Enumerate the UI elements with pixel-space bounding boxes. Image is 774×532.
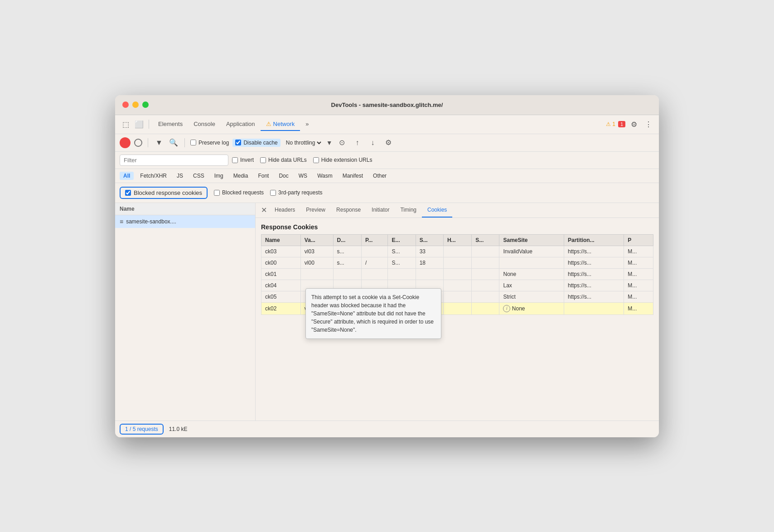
- close-panel-button[interactable]: ✕: [258, 205, 269, 216]
- col-partition: Partition...: [564, 234, 624, 246]
- type-doc[interactable]: Doc: [275, 172, 292, 180]
- type-css[interactable]: CSS: [189, 172, 208, 180]
- tab-network[interactable]: ⚠ Network: [261, 118, 300, 131]
- record-button[interactable]: [120, 137, 131, 148]
- tab-timing[interactable]: Timing: [395, 203, 422, 218]
- cell-size: [416, 268, 443, 280]
- cell-httponly: [443, 302, 471, 314]
- cookie-tooltip: This attempt to set a cookie via a Set-C…: [305, 288, 441, 339]
- blocked-requests-checkbox[interactable]: [214, 190, 220, 196]
- requests-list: Name ≡ samesite-sandbox....: [115, 203, 256, 421]
- type-other[interactable]: Other: [369, 172, 390, 180]
- col-priority: P: [624, 234, 653, 246]
- blocked-response-cookies-checkbox[interactable]: [125, 190, 131, 196]
- blocked-requests-label[interactable]: Blocked requests: [214, 189, 264, 196]
- response-cookies-title: Response Cookies: [261, 223, 653, 231]
- cell-domain: s...: [333, 257, 361, 268]
- tab-list: Elements Console Application ⚠ Network »: [153, 118, 604, 131]
- cell-samesite: Strict: [499, 291, 564, 302]
- cell-priority: M...: [624, 302, 653, 314]
- cell-value: vl03: [300, 246, 333, 257]
- tab-initiator[interactable]: Initiator: [366, 203, 395, 218]
- type-media[interactable]: Media: [230, 172, 252, 180]
- cell-samesite: InvalidValue: [499, 246, 564, 257]
- hide-data-urls-checkbox[interactable]: [260, 157, 266, 163]
- tab-response[interactable]: Response: [331, 203, 366, 218]
- warning-icon: ⚠: [266, 121, 271, 127]
- wifi-icon[interactable]: ⊙: [336, 137, 348, 149]
- size-info: 11.0 kE: [169, 426, 188, 432]
- cell-secure: [472, 291, 499, 302]
- file-icon: ≡: [120, 218, 123, 225]
- table-row[interactable]: ck01 None https://s... M...: [261, 268, 653, 280]
- tab-elements[interactable]: Elements: [153, 118, 188, 131]
- type-fetchxhr[interactable]: Fetch/XHR: [136, 172, 170, 180]
- blocked-response-cookies-label[interactable]: Blocked response cookies: [120, 187, 208, 199]
- type-ws[interactable]: WS: [295, 172, 311, 180]
- cell-name: ck02: [261, 302, 301, 314]
- cell-path: /: [361, 257, 388, 268]
- cell-httponly: [443, 280, 471, 291]
- cell-samesite: [499, 257, 564, 268]
- minimize-button[interactable]: [132, 102, 139, 108]
- warning-badge: ⚠ 1: [606, 121, 615, 127]
- throttling-select[interactable]: No throttling: [284, 139, 323, 146]
- cell-partition: https://s...: [564, 257, 624, 268]
- table-header-row: Name Va... D... P... E... S... H... S...…: [261, 234, 653, 246]
- search-icon[interactable]: 🔍: [168, 137, 179, 148]
- upload-icon[interactable]: ↑: [352, 137, 363, 149]
- table-row[interactable]: ck03 vl03 s... S... 33 InvalidValue http…: [261, 246, 653, 257]
- more-icon[interactable]: ⋮: [643, 118, 654, 130]
- cell-domain: [333, 268, 361, 280]
- maximize-button[interactable]: [142, 102, 149, 108]
- filter-icon[interactable]: ▼: [154, 137, 164, 148]
- tab-console[interactable]: Console: [188, 118, 221, 131]
- type-img[interactable]: Img: [211, 172, 227, 180]
- disable-cache-label[interactable]: Disable cache: [232, 139, 280, 147]
- cell-priority: M...: [624, 257, 653, 268]
- cell-partition: https://s...: [564, 268, 624, 280]
- filter-input[interactable]: [120, 155, 228, 166]
- cell-expires: S...: [388, 246, 416, 257]
- type-js[interactable]: JS: [173, 172, 187, 180]
- type-wasm[interactable]: Wasm: [314, 172, 336, 180]
- cell-priority: M...: [624, 280, 653, 291]
- invert-checkbox[interactable]: [232, 157, 238, 163]
- third-party-requests-label[interactable]: 3rd-party requests: [270, 189, 322, 196]
- device-icon[interactable]: ⬜: [133, 118, 145, 130]
- settings2-icon[interactable]: ⚙: [382, 137, 394, 149]
- title-bar: DevTools - samesite-sandbox.glitch.me/: [115, 95, 659, 115]
- close-button[interactable]: [122, 102, 129, 108]
- hide-ext-urls-label[interactable]: Hide extension URLs: [313, 157, 372, 163]
- cell-partition: https://s...: [564, 246, 624, 257]
- tab-preview[interactable]: Preview: [300, 203, 331, 218]
- preserve-log-checkbox[interactable]: [190, 140, 196, 145]
- type-all[interactable]: All: [120, 172, 134, 180]
- inspector-icon[interactable]: ⬚: [120, 118, 131, 130]
- disable-cache-checkbox[interactable]: [235, 140, 241, 145]
- tab-more[interactable]: »: [300, 118, 314, 131]
- type-font[interactable]: Font: [254, 172, 272, 180]
- download-icon[interactable]: ↓: [367, 137, 379, 149]
- table-row[interactable]: ck00 vl00 s... / S... 18 https://s... M.…: [261, 257, 653, 268]
- cell-size: 33: [416, 246, 443, 257]
- preserve-log-label[interactable]: Preserve log: [190, 140, 229, 146]
- window-title: DevTools - samesite-sandbox.glitch.me/: [331, 102, 443, 108]
- settings-icon[interactable]: ⚙: [628, 118, 640, 130]
- cell-value: vl00: [300, 257, 333, 268]
- hide-ext-urls-checkbox[interactable]: [313, 157, 319, 163]
- tab-application[interactable]: Application: [221, 118, 261, 131]
- panel-tabs: ✕ Headers Preview Response Initiator Tim…: [256, 203, 659, 218]
- clear-icon[interactable]: [134, 139, 142, 147]
- dropdown-arrow: ▼: [326, 139, 333, 146]
- invert-label[interactable]: Invert: [232, 157, 254, 163]
- tab-headers[interactable]: Headers: [269, 203, 300, 218]
- third-party-requests-checkbox[interactable]: [270, 190, 276, 196]
- cell-priority: M...: [624, 291, 653, 302]
- tab-cookies[interactable]: Cookies: [422, 203, 452, 218]
- hide-data-urls-label[interactable]: Hide data URLs: [260, 157, 307, 163]
- type-manifest[interactable]: Manifest: [339, 172, 367, 180]
- warning-icon-sm: ⚠: [606, 121, 611, 127]
- cell-samesite: None: [499, 268, 564, 280]
- list-item[interactable]: ≡ samesite-sandbox....: [115, 215, 255, 228]
